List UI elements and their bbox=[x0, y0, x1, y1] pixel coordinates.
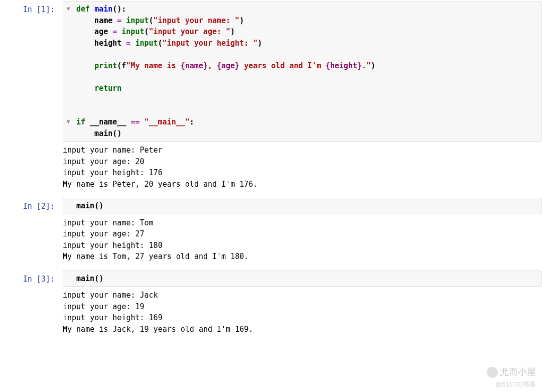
cell-output: input your name: Jack input your age: 19… bbox=[0, 290, 542, 335]
cell-output: input your name: Tom input your age: 27 … bbox=[0, 217, 542, 263]
code-cell: In [2]:main() bbox=[0, 198, 542, 214]
cell-prompt: In [3]: bbox=[0, 271, 63, 285]
code-input[interactable]: main() bbox=[63, 271, 542, 287]
output-text: input your name: Tom input your age: 27 … bbox=[63, 217, 542, 263]
code-content[interactable]: main() bbox=[66, 273, 538, 285]
code-cell: In [1]:▼▼def main(): name = input("input… bbox=[0, 1, 542, 142]
cell-prompt: In [1]: bbox=[0, 1, 63, 16]
code-content[interactable]: def main(): name = input("input your nam… bbox=[66, 4, 538, 139]
code-content[interactable]: main() bbox=[66, 200, 538, 212]
cell-output: input your name: Peter input your age: 2… bbox=[0, 145, 542, 190]
code-cell: In [3]:main() bbox=[0, 271, 542, 287]
fold-toggle-icon[interactable]: ▼ bbox=[67, 4, 70, 15]
output-text: input your name: Jack input your age: 19… bbox=[63, 290, 542, 335]
cell-prompt: In [2]: bbox=[0, 198, 63, 212]
output-text: input your name: Peter input your age: 2… bbox=[63, 145, 542, 190]
code-input[interactable]: ▼▼def main(): name = input("input your n… bbox=[63, 1, 542, 142]
fold-toggle-icon[interactable]: ▼ bbox=[67, 116, 70, 128]
code-input[interactable]: main() bbox=[63, 198, 542, 214]
